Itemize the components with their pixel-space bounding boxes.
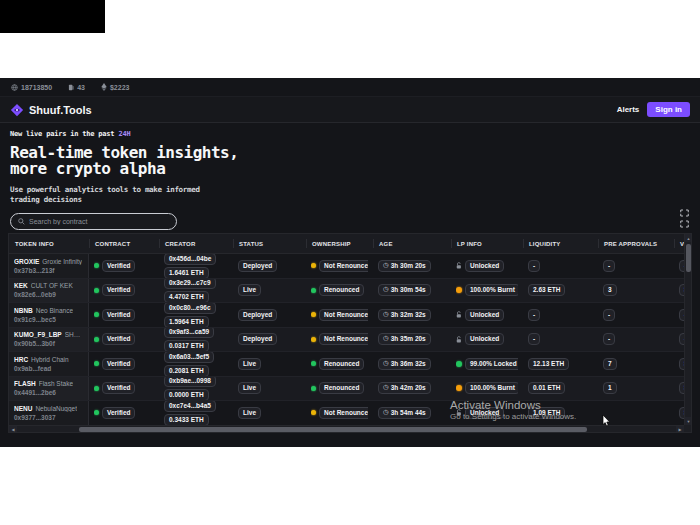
sign-in-button[interactable]: Sign in <box>647 102 690 117</box>
lp-status-badge: Unlocked <box>465 260 504 272</box>
creator-cell: 0x0c80...e96c 1.5964 ETH <box>159 303 233 327</box>
clock-icon: ◷ <box>383 409 389 417</box>
scroll-left-arrow[interactable]: ◀ <box>9 426 17 433</box>
token-symbol: GROXIE <box>14 258 39 265</box>
horizontal-scroll-thumb[interactable] <box>79 427 587 432</box>
ownership-badge: Not Renounced <box>319 407 368 419</box>
gas-stat: 43 <box>68 84 85 91</box>
scroll-up-arrow[interactable]: ▲ <box>685 234 692 242</box>
status-cell: Live <box>233 401 306 425</box>
ownership-cell: Not Renounced <box>306 401 373 425</box>
status-badge: Live <box>238 358 261 370</box>
table-header-cell[interactable]: LP INFO <box>451 234 523 253</box>
creator-address: 0x3e29...c7c9 <box>164 279 216 290</box>
table-row[interactable]: KUMO_F9_LBPSHYTOSHI IS 0x90b5...3b0f Ver… <box>9 328 691 353</box>
lp-status-badge: Unlocked <box>465 309 504 321</box>
verified-dot-icon <box>94 361 99 366</box>
table-view-controls <box>680 209 689 228</box>
token-symbol: HRC <box>14 356 28 363</box>
token-name: Groxie Infinity <box>42 258 82 265</box>
unlock-icon <box>456 311 462 318</box>
table-row[interactable]: KEKCULT OF KEK 0x82e6...0eb9 Verified 0x… <box>9 279 691 304</box>
table-header-cell[interactable]: TOKEN INFO <box>9 234 89 253</box>
lp-info-cell: 100.00% Burnt <box>451 377 523 401</box>
pre-approvals-cell: - <box>598 303 674 327</box>
status-cell: Live <box>233 352 306 376</box>
table-row[interactable]: NBNBNeo Binance 0x91c9...bec5 Verified 0… <box>9 303 691 328</box>
ownership-dot-icon <box>311 361 316 366</box>
brand-name: Shuuf.Tools <box>29 104 92 116</box>
pre-approvals-cell: - <box>598 328 674 352</box>
token-name: Hybrid Chain <box>31 356 69 363</box>
age-badge: ◷3h 32m 32s <box>378 309 431 321</box>
table-row[interactable]: HRCHybrid Chain 0x9ab...fead Verified 0x… <box>9 352 691 377</box>
search-input[interactable] <box>29 218 169 225</box>
brand[interactable]: Shuuf.Tools <box>10 103 92 117</box>
ownership-cell: Renounced <box>306 279 373 303</box>
liquidity-value: 2.63 ETH <box>528 284 565 296</box>
vertical-scrollbar[interactable]: ▲ ▼ <box>684 234 691 425</box>
table-header-cell[interactable]: OWNERSHIP <box>306 234 373 253</box>
lp-info-cell: 99.00% Locked <box>451 352 523 376</box>
creator-cell: 0x456d...04be 1.6461 ETH <box>159 254 233 278</box>
age-cell: ◷3h 30m 20s <box>373 254 451 278</box>
status-cell: Deployed <box>233 303 306 327</box>
verified-dot-icon <box>94 312 99 317</box>
lp-info-cell: 100.00% Burnt <box>451 279 523 303</box>
lp-status-badge: Unlocked <box>465 333 504 345</box>
lp-info-cell: Unlocked <box>451 303 523 327</box>
table-row[interactable]: FLASHFlash Stake 0x4491...2be6 Verified … <box>9 377 691 402</box>
status-badge: Live <box>238 407 261 419</box>
token-info-cell: HRCHybrid Chain 0x9ab...fead <box>9 352 89 376</box>
black-corner-block <box>0 0 105 33</box>
creator-balance: 0.0317 ETH <box>164 340 209 351</box>
creator-address: 0x456d...04be <box>164 254 216 265</box>
unlock-icon <box>456 336 462 343</box>
table-header-cell[interactable]: STATUS <box>233 234 306 253</box>
subtitle-line-2: trading decisions <box>10 195 690 205</box>
table-row[interactable]: NENUNebulaNugget 0x9377...3037 Verified … <box>9 401 691 426</box>
liquidity-cell: - <box>523 303 598 327</box>
token-name: CULT OF KEK <box>31 282 73 289</box>
scroll-right-arrow[interactable]: ▶ <box>676 426 684 433</box>
liquidity-value: 0.01 ETH <box>528 382 565 394</box>
contract-cell: Verified <box>89 401 159 425</box>
expand-icon[interactable] <box>680 209 689 217</box>
table-row[interactable]: GROXIEGroxie Infinity 0x37b3...213f Veri… <box>9 254 691 279</box>
age-value: 3h 30m 20s <box>391 262 426 270</box>
table-header-cell[interactable]: AGE <box>373 234 451 253</box>
fullscreen-icon[interactable] <box>680 220 689 228</box>
token-info-cell: FLASHFlash Stake 0x4491...2be6 <box>9 377 89 401</box>
locked-icon <box>456 361 462 367</box>
token-name: SHYTOSHI IS <box>65 331 83 338</box>
clock-icon: ◷ <box>383 360 389 368</box>
token-symbol: NENU <box>14 405 32 412</box>
liquidity-cell: 0.01 ETH <box>523 377 598 401</box>
creator-cell: 0x3e29...c7c9 4.4702 ETH <box>159 279 233 303</box>
alerts-link[interactable]: Alerts <box>617 105 640 114</box>
table-header-cell[interactable]: LIQUIDITY <box>523 234 598 253</box>
liquidity-value: - <box>528 309 540 321</box>
age-value: 3h 32m 32s <box>391 311 426 319</box>
table-header-cell[interactable]: PRE APPROVALS <box>598 234 674 253</box>
token-address: 0x82e6...0eb9 <box>14 291 56 298</box>
age-value: 3h 30m 54s <box>391 286 426 294</box>
subtitle-line-1: Use powerful analytics tools to make inf… <box>10 185 690 195</box>
vertical-scroll-thumb[interactable] <box>686 244 691 272</box>
verified-badge: Verified <box>102 284 135 296</box>
scroll-down-arrow[interactable]: ▼ <box>685 417 692 425</box>
table-header-cell[interactable]: CREATOR <box>159 234 233 253</box>
pre-approvals-cell: - <box>598 254 674 278</box>
horizontal-scrollbar[interactable]: ◀ ▶ <box>9 425 684 432</box>
table-header-cell[interactable]: CONTRACT <box>89 234 159 253</box>
creator-cell: 0xb9ae...0998 0.0000 ETH <box>159 377 233 401</box>
eth-price-stat: $2223 <box>101 83 129 91</box>
token-name: NebulaNugget <box>35 405 77 412</box>
search-bar[interactable] <box>10 213 177 230</box>
eth-icon <box>101 83 107 91</box>
creator-balance: 0.0000 ETH <box>164 389 209 400</box>
verified-badge: Verified <box>102 358 135 370</box>
page: 18713850 43 $2223 Shuuf.Tools <box>0 0 700 525</box>
token-symbol: NBNB <box>14 307 33 314</box>
age-badge: ◷3h 30m 54s <box>378 284 431 296</box>
